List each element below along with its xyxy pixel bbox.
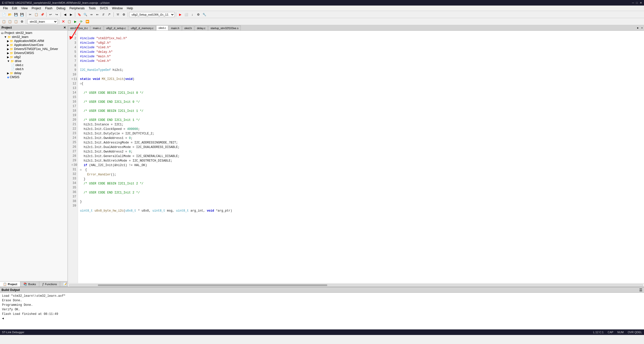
tab-main-c[interactable]: main.c — [91, 25, 103, 30]
tree-u8g2[interactable]: ▶ 📁 u8g2 — [0, 55, 67, 59]
status-mode: OVR QDEL — [628, 331, 642, 334]
step-btn[interactable]: ↓ — [189, 12, 195, 17]
maximize-button[interactable]: □ — [636, 1, 638, 5]
tab-oled-h[interactable]: oled.h — [182, 25, 194, 30]
tree-appmdkarm[interactable]: ▶ 📁 Application/MDK-ARM — [0, 39, 67, 43]
scroll-thumb[interactable] — [98, 284, 327, 286]
code-container: 1 2 3 4 5 6 7 8 9 10 ⊟11 12 13 14 15 16 … — [68, 31, 644, 283]
tab-startup[interactable]: startup_stm32f103xe.s — [208, 25, 241, 30]
save-btn[interactable]: 💾 — [13, 12, 19, 17]
tab-scroll-close[interactable]: ✕ — [640, 25, 644, 30]
t2-btn1[interactable]: 📋 — [1, 19, 7, 24]
menu-flash[interactable]: Flash — [43, 6, 54, 11]
status-bar: ST-Link Debugger L:12 C:1 CAP NUM OVR QD… — [0, 329, 644, 335]
comment-btn[interactable]: // — [101, 12, 106, 17]
t2-btn6[interactable]: 📋 — [66, 19, 72, 24]
tab-functions[interactable]: ƒ Functions — [39, 281, 60, 287]
tree-drive-label: drive — [15, 59, 21, 63]
redo-btn[interactable]: ↪ — [54, 12, 59, 17]
undo-btn[interactable]: ↩ — [48, 12, 53, 17]
tab-oled-c[interactable]: oled.c — [156, 25, 168, 30]
menu-view[interactable]: View — [19, 6, 30, 11]
tab-u8g2-memory[interactable]: u8g2_d_memory.c — [129, 25, 156, 30]
build-btn[interactable]: ⚒ — [115, 12, 120, 17]
menu-project[interactable]: Project — [30, 6, 43, 11]
t2-btn3[interactable]: 📋 — [13, 19, 19, 24]
config-btn[interactable]: 🔧 — [202, 12, 207, 17]
tree-oledh-label: oled.h — [15, 67, 24, 71]
run-btn[interactable]: ▶ — [177, 12, 183, 17]
tree-drivers-hal[interactable]: ▶ 📁 Drivers/STM32F1xx_HAL_Driver — [0, 47, 67, 51]
tab-main-h[interactable]: main.h — [169, 25, 182, 30]
tab-main-c-label: main.c — [93, 27, 101, 30]
tab-functions-label: Functions — [45, 283, 57, 286]
build-output-clear[interactable]: ☰ — [639, 288, 642, 292]
menu-window[interactable]: Window — [110, 6, 125, 11]
find-btn[interactable]: 🔍 — [83, 12, 88, 17]
t2-green1[interactable]: ▶ — [72, 19, 78, 24]
function-dropdown[interactable]: u8g2_Setup_ssd1306_i2c_12... — [129, 12, 175, 17]
tree-cmsis-label: CMSIS — [10, 75, 19, 79]
outdent-btn[interactable]: ⇐ — [95, 12, 100, 17]
ln-18: 18 — [68, 109, 78, 113]
code-editor[interactable]: #include "stm32f1xx_hal.h" #include "u8g… — [78, 31, 644, 283]
toolbar-1: 📄 📂 💾 💾 ✂ 📋 📌 ↩ ↪ ◀ ▶ 🔖 🔍 ⇒ ⇐ // /* ⚒ ⚙ … — [0, 11, 644, 18]
save-all-btn[interactable]: 💾 — [19, 12, 25, 17]
t2-btn5[interactable]: ✕ — [60, 19, 66, 24]
ln-29: 29 — [68, 158, 78, 163]
nav-back-btn[interactable]: ◀ — [62, 12, 68, 17]
tab-scroll-right[interactable]: ▶ — [636, 25, 640, 30]
scroll-track[interactable] — [69, 284, 643, 286]
menu-file[interactable]: File — [1, 6, 10, 11]
t2-btn4[interactable]: ⚙ — [19, 19, 25, 24]
bookmark-btn[interactable]: 🔖 — [76, 12, 82, 17]
ln-7: 7 — [68, 59, 78, 63]
open-btn[interactable]: 📂 — [7, 12, 13, 17]
status-right: L:12 C:1 CAP NUM OVR QDEL — [593, 331, 642, 334]
file-icon2: 📄 — [11, 68, 15, 71]
ln-36: 36 — [68, 190, 78, 194]
menu-debug[interactable]: Debug — [55, 6, 67, 11]
menu-edit[interactable]: Edit — [10, 6, 19, 11]
copy-btn[interactable]: 📋 — [33, 12, 39, 17]
uncomment-btn[interactable]: /* — [107, 12, 112, 17]
tree-appuser[interactable]: ▶ 📁 Application/User/Core — [0, 43, 67, 47]
tree-drivers-cmsis[interactable]: ▶ 📁 Drivers/CMSIS — [0, 51, 67, 55]
tree-root[interactable]: 🗂 Project: stm32_learn — [0, 31, 67, 35]
t2-green3[interactable]: ⏩ — [85, 19, 90, 24]
tab-delay-c[interactable]: delay.c — [195, 25, 208, 30]
cut-btn[interactable]: ✂ — [27, 12, 33, 17]
new-file-btn[interactable]: 📄 — [1, 12, 7, 17]
tab-project[interactable]: 📋 Project — [0, 281, 20, 287]
minimize-button[interactable]: ─ — [632, 1, 634, 5]
tree-drive[interactable]: ▼ 📁 drive — [0, 59, 67, 63]
nav-fwd-btn[interactable]: ▶ — [68, 12, 74, 17]
menu-svcs[interactable]: SVCS — [98, 6, 110, 11]
horizontal-scrollbar[interactable] — [68, 283, 644, 287]
menu-help[interactable]: Help — [125, 6, 135, 11]
menu-peripherals[interactable]: Peripherals — [67, 6, 87, 11]
tree-stm32learn[interactable]: ▼ 📁 stm32_learn — [0, 35, 67, 39]
t2-green2[interactable]: ⟳ — [78, 19, 84, 24]
tab-templates[interactable]: 📝 Templates — [60, 281, 68, 287]
target-dropdown[interactable]: stm32_learn — [27, 19, 58, 24]
tab-u8g2-setup[interactable]: u8g2_d_setup.c — [104, 25, 128, 30]
tab-books[interactable]: 📚 Books — [20, 281, 39, 287]
tab-books-label: Books — [28, 283, 36, 286]
ln-39: 39 — [68, 204, 78, 208]
paste-btn[interactable]: 📌 — [39, 12, 45, 17]
menu-tools[interactable]: Tools — [87, 6, 98, 11]
tree-delay[interactable]: ▶ 📁 delay — [0, 71, 67, 75]
ln-15: 15 — [68, 95, 78, 100]
stop-btn[interactable]: ⬜ — [183, 12, 189, 17]
tree-oledc[interactable]: 📄 oled.c — [0, 63, 67, 67]
indent-btn[interactable]: ⇒ — [89, 12, 94, 17]
project-close[interactable]: ✕ — [63, 26, 66, 29]
close-button[interactable]: ✕ — [640, 1, 642, 5]
settings-btn[interactable]: ⚙ — [195, 12, 201, 17]
tab-stm32f1xx-it[interactable]: stm32f1xx_it.c — [68, 25, 90, 30]
rebuild-btn[interactable]: ⚙ — [121, 12, 127, 17]
t2-btn2[interactable]: 📋 — [7, 19, 13, 24]
tree-oledh[interactable]: 📄 oled.h — [0, 67, 67, 71]
tree-cmsis-comp[interactable]: ◆ CMSIS — [0, 75, 67, 79]
